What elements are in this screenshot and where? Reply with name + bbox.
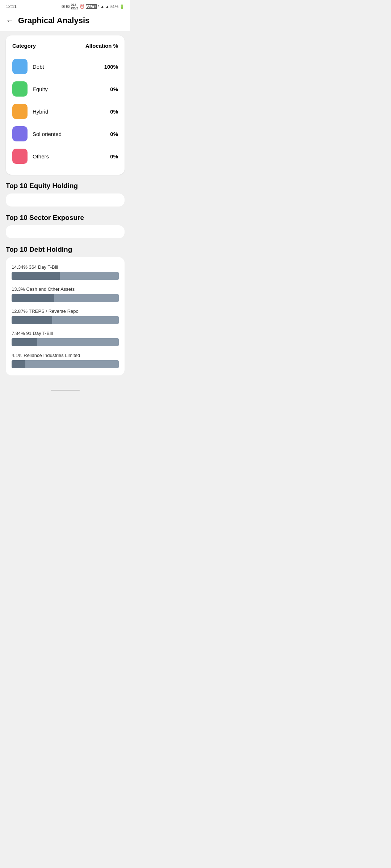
category-percent: 0% <box>110 109 118 115</box>
debt-bar-fill <box>12 272 60 280</box>
category-name: Others <box>33 153 49 159</box>
sector-heading: Top 10 Sector Exposure <box>6 214 125 222</box>
equity-heading: Top 10 Equity Holding <box>6 182 125 190</box>
debt-item: 12.87% TREPS / Reverse Repo <box>12 309 119 324</box>
debt-bar-fill <box>12 360 25 368</box>
debt-bar-fill <box>12 294 54 302</box>
status-time: 12:11 <box>6 4 17 9</box>
data-speed: 018KB/S <box>71 3 79 10</box>
category-header: Category Allocation % <box>12 43 118 49</box>
debt-bar-container <box>12 360 119 368</box>
category-name: Hybrid <box>33 109 48 115</box>
debt-rows: 14.34% 364 Day T-Bill 13.3% Cash and Oth… <box>12 264 119 368</box>
scroll-bar <box>51 390 80 391</box>
category-swatch <box>12 126 28 141</box>
category-name: Debt <box>33 64 44 70</box>
category-left: Debt <box>12 59 44 74</box>
image-icon: 🖼 <box>66 4 70 9</box>
category-percent: 100% <box>104 64 118 70</box>
debt-label: 4.1% Reliance Industries Limited <box>12 353 119 358</box>
alarm-icon: ⏰ <box>80 4 85 9</box>
category-row: Others 0% <box>12 145 118 167</box>
debt-bar-container <box>12 294 119 302</box>
category-swatch <box>12 104 28 119</box>
wifi-icon: ▲ <box>100 4 104 9</box>
col-header-allocation: Allocation % <box>85 43 118 49</box>
debt-bar-container <box>12 316 119 324</box>
debt-bar-container <box>12 338 119 346</box>
debt-item: 7.84% 91 Day T-Bill <box>12 331 119 346</box>
category-card: Category Allocation % Debt 100% Equity 0… <box>6 35 125 175</box>
category-row: Debt 100% <box>12 55 118 78</box>
debt-bar-fill <box>12 316 52 324</box>
status-icons: ✉ 🖼 018KB/S ⏰ VoLTE * ▲ ▲ 51% 🔋 <box>62 3 125 10</box>
category-left: Sol oriented <box>12 126 62 141</box>
category-left: Others <box>12 149 49 164</box>
debt-item: 13.3% Cash and Other Assets <box>12 286 119 302</box>
equity-card <box>6 193 125 207</box>
sector-section: Top 10 Sector Exposure <box>6 214 125 238</box>
category-name: Sol oriented <box>33 131 62 137</box>
debt-label: 14.34% 364 Day T-Bill <box>12 264 119 270</box>
debt-label: 12.87% TREPS / Reverse Repo <box>12 309 119 314</box>
col-header-category: Category <box>12 43 36 49</box>
status-bar: 12:11 ✉ 🖼 018KB/S ⏰ VoLTE * ▲ ▲ 51% 🔋 <box>0 0 130 12</box>
scroll-indicator <box>0 387 130 393</box>
volte-icon: VoLTE <box>86 4 97 9</box>
debt-card: 14.34% 364 Day T-Bill 13.3% Cash and Oth… <box>6 257 125 375</box>
sector-card <box>6 225 125 238</box>
category-percent: 0% <box>110 131 118 137</box>
debt-section: Top 10 Debt Holding 14.34% 364 Day T-Bil… <box>6 246 125 375</box>
debt-bar-container <box>12 272 119 280</box>
debt-label: 7.84% 91 Day T-Bill <box>12 331 119 336</box>
main-content: Category Allocation % Debt 100% Equity 0… <box>0 31 130 387</box>
battery-pct: 51% <box>110 4 118 9</box>
back-button[interactable]: ← <box>6 16 14 25</box>
category-rows: Debt 100% Equity 0% Hybrid 0% Sol orient… <box>12 55 118 167</box>
page-title: Graphical Analysis <box>18 16 89 25</box>
category-percent: 0% <box>110 86 118 92</box>
category-row: Sol oriented 0% <box>12 123 118 145</box>
mail-icon: ✉ <box>62 4 65 9</box>
category-swatch <box>12 81 28 97</box>
category-left: Equity <box>12 81 48 97</box>
debt-bar-fill <box>12 338 37 346</box>
debt-heading: Top 10 Debt Holding <box>6 246 125 254</box>
debt-item: 14.34% 364 Day T-Bill <box>12 264 119 280</box>
debt-label: 13.3% Cash and Other Assets <box>12 286 119 292</box>
debt-item: 4.1% Reliance Industries Limited <box>12 353 119 368</box>
category-row: Hybrid 0% <box>12 100 118 123</box>
category-percent: 0% <box>110 153 118 159</box>
signal-icon: ▲ <box>105 4 109 9</box>
category-name: Equity <box>33 86 48 92</box>
page-header: ← Graphical Analysis <box>0 12 130 31</box>
equity-section: Top 10 Equity Holding <box>6 182 125 207</box>
category-swatch <box>12 59 28 74</box>
category-row: Equity 0% <box>12 78 118 100</box>
bluetooth-icon: * <box>98 4 99 9</box>
category-left: Hybrid <box>12 104 48 119</box>
category-swatch <box>12 149 28 164</box>
battery-icon: 🔋 <box>119 4 125 9</box>
